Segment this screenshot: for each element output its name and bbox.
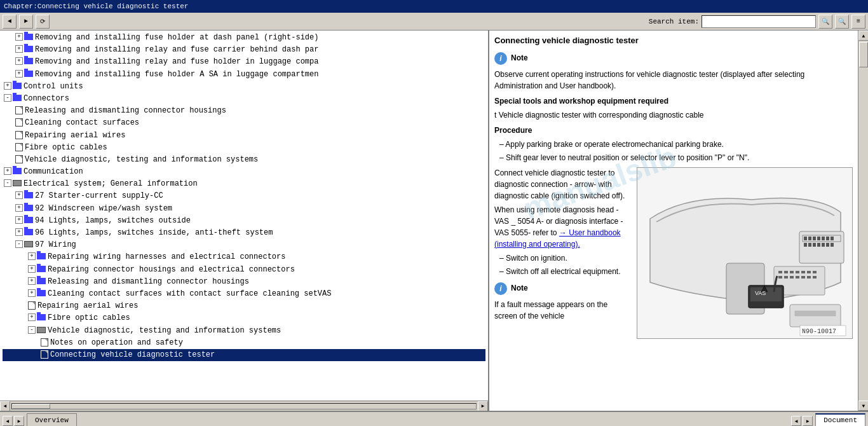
expand-icon[interactable]: + <box>28 277 36 285</box>
toolbar-btn-3[interactable]: ⟳ <box>36 15 50 29</box>
procedure-label: Procedure <box>494 125 853 136</box>
tree-item[interactable]: Releasing and dismantling connector hous… <box>3 105 485 117</box>
tab-overview[interactable]: Overview <box>27 413 77 426</box>
expand-icon[interactable]: + <box>28 252 36 260</box>
expand-icon[interactable]: + <box>28 313 36 321</box>
svg-text:N90-10017: N90-10017 <box>802 328 836 335</box>
tree-item[interactable]: - Connectors <box>3 93 485 105</box>
scroll-thumb-h <box>12 404 50 409</box>
tree-item[interactable]: Vehicle diagnostic, testing and informat… <box>3 154 485 166</box>
expand-icon[interactable]: + <box>15 191 23 199</box>
expand-icon[interactable]: + <box>4 167 11 175</box>
scroll-right-btn[interactable]: ► <box>478 401 488 411</box>
rtab-nav-right[interactable]: ► <box>803 416 813 426</box>
tab-nav-right[interactable]: ► <box>14 416 24 426</box>
tree-item[interactable]: Cleaning contact surfaces <box>3 117 485 129</box>
toolbar-extra[interactable]: ≡ <box>851 15 865 29</box>
tree-item[interactable]: Notes on operation and safety <box>3 337 485 349</box>
svg-rect-16 <box>813 276 817 278</box>
scroll-down-btn[interactable]: ▼ <box>858 401 868 411</box>
tree-item[interactable]: Fibre optic cables <box>3 142 485 154</box>
folder-icon <box>24 205 33 211</box>
folder-icon <box>13 83 22 89</box>
folder-icon <box>24 46 33 52</box>
folder-icon <box>24 217 33 223</box>
expand-icon[interactable]: + <box>28 265 36 273</box>
folder-open-icon <box>24 241 33 247</box>
expand-icon[interactable]: - <box>4 94 11 102</box>
tree-item[interactable]: + 96 Lights, lamps, switches inside, ant… <box>3 227 485 239</box>
svg-rect-34 <box>826 243 829 247</box>
tree-item[interactable]: + Removing and installing relay and fuse… <box>3 56 485 68</box>
tree-item-label: Vehicle diagnostic, testing and informat… <box>25 154 258 166</box>
tab-nav-left[interactable]: ◄ <box>3 416 13 426</box>
tree-item-label: Fibre optic cables <box>25 142 107 154</box>
expand-icon[interactable]: + <box>28 289 36 297</box>
tree-item-label: Removing and installing fuse holder at d… <box>35 32 318 44</box>
svg-text:VAS: VAS <box>755 290 766 296</box>
tree-item[interactable]: + Removing and installing fuse holder A … <box>3 69 485 81</box>
expand-icon[interactable]: - <box>4 179 11 187</box>
expand-icon[interactable]: + <box>15 228 23 236</box>
tree-item[interactable]: + Removing and installing fuse holder at… <box>3 32 485 44</box>
expand-icon[interactable]: + <box>15 57 23 65</box>
tree-item-label: Vehicle diagnostic, testing and informat… <box>48 325 281 337</box>
expand-icon[interactable]: + <box>15 45 23 53</box>
tree-item[interactable]: + Removing and installing relay and fuse… <box>3 44 485 56</box>
tree-content: + Removing and installing fuse holder at… <box>0 31 488 401</box>
folder-icon <box>24 71 33 77</box>
folder-icon <box>24 192 33 198</box>
toolbar-btn-2[interactable]: ► <box>19 15 33 29</box>
search-btn-1[interactable]: 🔍 <box>818 15 832 29</box>
folder-icon <box>24 34 33 40</box>
toolbar-btn-1[interactable]: ◄ <box>3 15 17 29</box>
svg-rect-8 <box>807 271 811 273</box>
tree-item-selected[interactable]: Connecting vehicle diagnostic tester <box>3 349 485 361</box>
note-box-1: i Note <box>494 52 853 65</box>
folder-icon <box>37 266 46 272</box>
expand-icon[interactable]: + <box>15 70 23 78</box>
step-2: – Shift gear lever to neutral position o… <box>499 152 853 163</box>
tree-item[interactable]: + Repairing wiring harnesses and electri… <box>3 251 485 263</box>
tab-document[interactable]: Document <box>815 413 865 426</box>
tree-item[interactable]: + Cleaning contact surfaces with contact… <box>3 288 485 300</box>
tree-item[interactable]: - Electrical system; General information <box>3 178 485 190</box>
search-btn-2[interactable]: 🔍 <box>835 15 849 29</box>
svg-rect-24 <box>813 237 816 240</box>
doc-icon <box>15 118 23 127</box>
tree-item[interactable]: - Vehicle diagnostic, testing and inform… <box>3 325 485 337</box>
tree-item[interactable]: + Releasing and dismantling connector ho… <box>3 276 485 288</box>
expand-icon[interactable]: - <box>15 240 23 248</box>
tree-item[interactable]: + 92 Windscreen wipe/wash system <box>3 203 485 215</box>
tree-item[interactable]: + Control units <box>3 81 485 93</box>
folder-icon <box>37 278 46 284</box>
scroll-left-btn[interactable]: ◄ <box>0 401 10 411</box>
tree-item[interactable]: Repairing aerial wires <box>3 130 485 142</box>
tree-item[interactable]: + Fibre optic cables <box>3 312 485 324</box>
expand-icon[interactable]: + <box>15 33 23 41</box>
tree-item[interactable]: - 97 Wiring <box>3 239 485 251</box>
tree-item[interactable]: + Communication <box>3 166 485 178</box>
search-input[interactable] <box>702 15 816 28</box>
svg-rect-29 <box>804 243 807 247</box>
folder-icon <box>13 168 22 174</box>
tree-item[interactable]: + 27 Starter-current supply-CC <box>3 190 485 202</box>
rtab-nav-left[interactable]: ◄ <box>791 416 801 426</box>
tree-item[interactable]: + Repairing connector housings and elect… <box>3 264 485 276</box>
tree-item[interactable]: Repairing aerial wires <box>3 300 485 312</box>
doc-icon <box>15 131 23 139</box>
scroll-up-btn[interactable]: ▲ <box>858 31 868 41</box>
expand-icon[interactable]: - <box>28 326 36 334</box>
right-content: Connecting vehicle diagnostic tester i N… <box>494 34 853 339</box>
title-bar: Chapter:Connecting vehicle diagnostic te… <box>0 0 868 13</box>
svg-rect-20 <box>799 231 844 263</box>
svg-rect-7 <box>801 271 805 273</box>
expand-icon[interactable]: + <box>4 82 11 90</box>
expand-icon[interactable]: + <box>15 204 23 212</box>
svg-rect-4 <box>784 271 788 273</box>
expand-icon[interactable]: + <box>15 216 23 224</box>
svg-rect-23 <box>808 237 811 240</box>
horizontal-scrollbar[interactable]: ◄ ► <box>0 401 488 411</box>
right-scrollbar[interactable]: ▲ ▼ <box>858 31 868 411</box>
tree-item[interactable]: + 94 Lights, lamps, switches outside <box>3 215 485 227</box>
